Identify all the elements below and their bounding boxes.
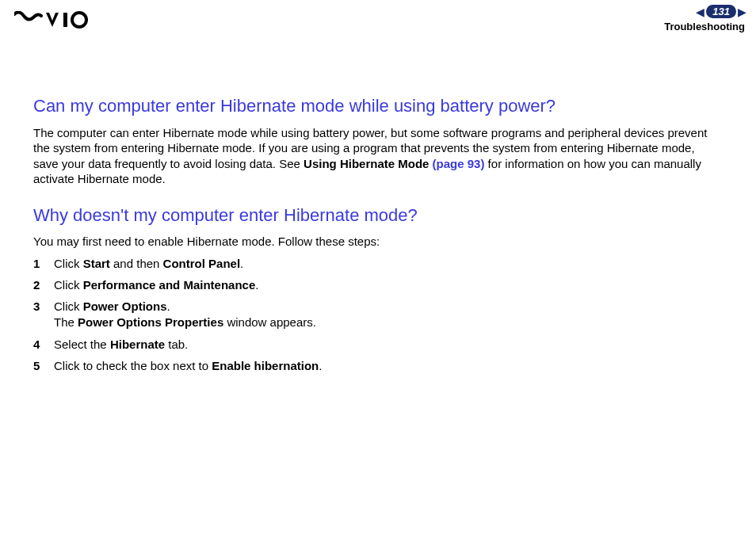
step-text-frag: . <box>255 278 258 292</box>
step-text: Click to check the box next to Enable hi… <box>54 358 723 374</box>
step-text: Click Performance and Maintenance. <box>54 277 723 293</box>
step-item: 5 Click to check the box next to Enable … <box>33 358 723 374</box>
page-content: Can my computer enter Hibernate mode whi… <box>0 38 756 374</box>
step-number: 1 <box>33 256 54 272</box>
step-item: 4 Select the Hibernate tab. <box>33 337 723 353</box>
step-text-frag: The <box>54 315 78 329</box>
question-2-intro: You may first need to enable Hibernate m… <box>33 234 723 250</box>
step-item: 2 Click Performance and Maintenance. <box>33 277 723 293</box>
question-1-body: The computer can enter Hibernate mode wh… <box>33 125 723 187</box>
step-text: Click Power Options. The Power Options P… <box>54 299 723 331</box>
step-number: 4 <box>33 337 54 353</box>
step-bold: Control Panel <box>163 257 241 270</box>
next-page-icon[interactable]: ▶ <box>738 6 746 17</box>
page-nav: ◀ 131 ▶ <box>696 5 746 18</box>
step-bold: Enable hibernation <box>212 359 319 372</box>
step-item: 1 Click Start and then Control Panel. <box>33 256 723 272</box>
q1-page-link[interactable]: (page 93) <box>429 157 484 170</box>
step-text: Click Start and then Control Panel. <box>54 256 723 272</box>
step-text-frag: . <box>240 257 243 270</box>
step-bold: Start <box>83 257 110 270</box>
page-header: ◀ 131 ▶ Troubleshooting <box>0 0 756 38</box>
svg-rect-1 <box>63 13 67 27</box>
step-text-frag: . <box>319 359 322 372</box>
step-number: 5 <box>33 358 54 374</box>
q1-ref-bold: Using Hibernate Mode <box>304 157 429 170</box>
step-bold: Power Options Properties <box>78 315 223 329</box>
vaio-logo <box>14 11 90 29</box>
step-text-frag: Click <box>54 257 83 270</box>
svg-marker-0 <box>46 13 59 27</box>
step-bold: Power Options <box>83 299 167 313</box>
svg-point-2 <box>72 13 86 27</box>
step-text-frag: . <box>167 299 170 313</box>
step-number: 2 <box>33 277 54 293</box>
step-text-frag: window appears. <box>223 315 316 329</box>
question-1-heading: Can my computer enter Hibernate mode whi… <box>33 95 723 117</box>
prev-page-icon[interactable]: ◀ <box>696 6 704 17</box>
section-title: Troubleshooting <box>664 21 745 32</box>
question-2-heading: Why doesn't my computer enter Hibernate … <box>33 204 723 227</box>
step-text-frag: Click <box>54 299 83 313</box>
step-text-frag: Select the <box>54 338 110 351</box>
page-number-badge: 131 <box>706 5 736 18</box>
step-text-frag: Click <box>54 278 83 292</box>
step-text-frag: tab. <box>165 338 188 351</box>
step-bold: Hibernate <box>110 338 165 351</box>
step-text: Select the Hibernate tab. <box>54 337 723 353</box>
step-bold: Performance and Maintenance <box>83 278 256 292</box>
step-number: 3 <box>33 299 54 315</box>
step-text-frag: and then <box>110 257 163 270</box>
step-text-frag: Click to check the box next to <box>54 359 212 372</box>
steps-list: 1 Click Start and then Control Panel. 2 … <box>33 256 723 375</box>
step-item: 3 Click Power Options. The Power Options… <box>33 299 723 331</box>
